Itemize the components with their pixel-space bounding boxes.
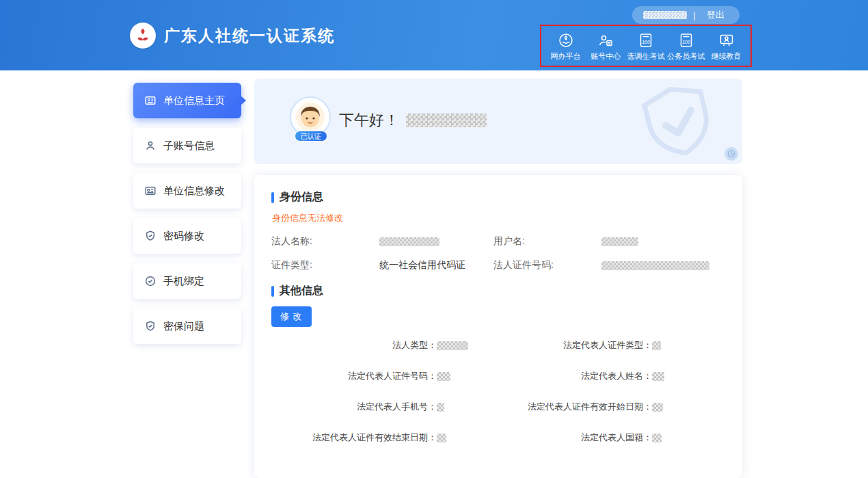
redacted-value xyxy=(437,403,444,412)
redacted-value xyxy=(437,434,446,442)
field-label: 证件类型: xyxy=(271,259,379,271)
nav-item-continuing-education[interactable]: 继续教育 xyxy=(707,31,746,62)
field-cert-type: 证件类型: 统一社会信用代码证 xyxy=(271,259,493,271)
redacted-value xyxy=(652,403,663,412)
sidebar-item-password-change[interactable]: 密码修改 xyxy=(133,218,241,254)
redacted-value xyxy=(652,434,662,442)
greeting-label: 下午好！ xyxy=(339,110,399,131)
identity-section-title-text: 身份信息 xyxy=(280,190,323,204)
field-label: 法定代表人证件类型： xyxy=(487,339,652,351)
field-label: 法定代表人国籍： xyxy=(487,431,652,444)
welcome-card: 已认证 下午好！ xyxy=(254,79,742,164)
nav-label: 网办平台 xyxy=(551,51,581,62)
clock-corner-icon xyxy=(724,147,738,161)
edit-button[interactable]: 修 改 xyxy=(271,306,312,327)
redacted-value xyxy=(652,341,661,350)
field-rep-nationality: 法定代表人国籍： xyxy=(487,431,725,444)
redacted-value xyxy=(437,372,450,381)
page-title: 广东人社统一认证系统 xyxy=(164,25,335,47)
sidebar: 单位信息主页 子账号信息 单位信息修改 密码修改 xyxy=(133,83,241,354)
sidebar-item-label: 单位信息主页 xyxy=(163,94,225,107)
greeting-text: 下午好！ xyxy=(339,110,487,131)
field-rep-cert-valid-end: 法定代表人证件有效结束日期： xyxy=(271,431,487,444)
redacted-value xyxy=(601,237,638,246)
exam-score-icon: 100 xyxy=(678,31,694,49)
site-logo xyxy=(130,23,156,49)
identity-notice: 身份信息无法修改 xyxy=(272,212,725,224)
redacted-value xyxy=(601,261,709,270)
svg-text:100: 100 xyxy=(682,39,690,44)
field-label: 法定代表人姓名： xyxy=(487,370,652,382)
field-label: 法人证件号码: xyxy=(493,259,601,271)
section-accent-bar xyxy=(271,192,274,203)
id-card-icon xyxy=(144,185,157,197)
field-legal-person-name: 法人名称: xyxy=(271,235,493,248)
field-rep-name: 法定代表人姓名： xyxy=(487,370,725,382)
education-screen-icon xyxy=(718,31,735,49)
shield-check-icon xyxy=(144,230,157,242)
sidebar-item-label: 密码修改 xyxy=(163,230,204,243)
divider: | xyxy=(694,10,696,21)
header-nav-highlight-box: 网办平台 账号中心 100 选调生考试 xyxy=(540,25,752,67)
identity-section-title: 身份信息 xyxy=(271,190,725,204)
redacted-value xyxy=(437,341,468,350)
field-rep-cert-type: 法定代表人证件类型： xyxy=(487,339,725,351)
field-label: 法人名称: xyxy=(271,235,379,248)
sidebar-item-security-question[interactable]: 密保问题 xyxy=(133,308,241,344)
sidebar-item-unit-info-edit[interactable]: 单位信息修改 xyxy=(133,173,241,209)
account-badge-icon xyxy=(597,31,614,49)
field-label: 用户名: xyxy=(493,235,601,248)
field-label: 法定代表人证件号码： xyxy=(271,370,437,382)
main-content: 已认证 下午好！ 身份信息 身份信息无法修改 法人名称: 用户名: xyxy=(254,79,742,478)
sidebar-item-label: 密保问题 xyxy=(163,320,204,333)
nav-label: 继续教育 xyxy=(711,51,742,62)
platform-emblem-icon xyxy=(558,31,574,49)
field-value: 统一社会信用代码证 xyxy=(379,259,465,271)
shield-check-icon xyxy=(144,320,157,332)
nav-item-account-center[interactable]: 账号中心 xyxy=(586,31,625,62)
nav-item-xuandiao-exam[interactable]: 100 选调生考试 xyxy=(627,31,666,62)
shield-watermark-icon xyxy=(627,83,730,164)
sub-account-icon xyxy=(144,140,157,152)
header: 广东人社统一认证系统 | 登出 网办平台 xyxy=(0,0,868,70)
avatar-wrap: 已认证 xyxy=(290,96,332,142)
field-label: 法人类型： xyxy=(271,339,437,351)
redacted-value xyxy=(652,372,664,381)
exam-score-icon: 100 xyxy=(638,31,654,49)
nav-label: 选调生考试 xyxy=(627,51,665,62)
field-label: 法定代表人证件有效开始日期： xyxy=(487,401,652,413)
field-legal-person-cert-number: 法人证件号码: xyxy=(493,259,725,271)
other-fields: 法人类型： 法定代表人证件类型： 法定代表人证件号码： 法定代表人姓名： 法定代… xyxy=(271,339,725,444)
sidebar-item-phone-binding[interactable]: 手机绑定 xyxy=(133,263,241,299)
id-card-icon xyxy=(144,94,157,107)
nav-label: 账号中心 xyxy=(591,51,621,62)
field-rep-phone: 法定代表人手机号： xyxy=(271,401,487,413)
sidebar-item-label: 单位信息修改 xyxy=(163,185,225,198)
identity-fields: 法人名称: 用户名: 证件类型: 统一社会信用代码证 法人证件号码: xyxy=(271,235,725,271)
logout-button[interactable]: 登出 xyxy=(703,8,729,22)
section-accent-bar xyxy=(271,286,274,297)
info-card: 身份信息 身份信息无法修改 法人名称: 用户名: 证件类型: 统一社会信用代码证… xyxy=(254,175,742,478)
other-section-title: 其他信息 xyxy=(271,284,725,298)
redacted-user-display-name xyxy=(406,114,487,127)
hr-emblem-icon xyxy=(134,27,152,44)
field-label: 法定代表人手机号： xyxy=(271,401,437,413)
other-section-title-text: 其他信息 xyxy=(280,284,323,298)
sidebar-item-sub-account-info[interactable]: 子账号信息 xyxy=(133,128,241,163)
nav-label: 公务员考试 xyxy=(667,51,705,62)
field-rep-cert-valid-start: 法定代表人证件有效开始日期： xyxy=(487,401,725,413)
redacted-username xyxy=(643,11,687,19)
avatar-face-icon xyxy=(295,102,325,132)
sidebar-item-label: 子账号信息 xyxy=(163,140,215,152)
check-circle-icon xyxy=(144,275,157,287)
verified-badge: 已认证 xyxy=(295,131,327,142)
sidebar-item-label: 手机绑定 xyxy=(163,275,204,288)
svg-text:100: 100 xyxy=(642,39,650,44)
nav-item-online-platform[interactable]: 网办平台 xyxy=(546,31,585,62)
nav-item-civil-servant-exam[interactable]: 100 公务员考试 xyxy=(666,31,705,62)
sidebar-item-unit-info-home[interactable]: 单位信息主页 xyxy=(133,83,241,118)
field-rep-cert-number: 法定代表人证件号码： xyxy=(271,370,487,382)
field-legal-person-type: 法人类型： xyxy=(271,339,487,351)
field-username: 用户名: xyxy=(493,235,725,248)
user-account-bar: | 登出 xyxy=(632,6,740,24)
